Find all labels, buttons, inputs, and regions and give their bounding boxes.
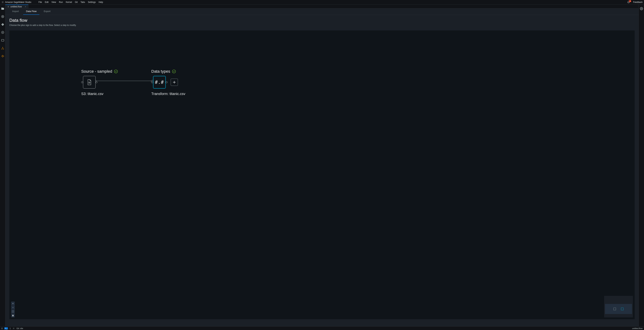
git-icon[interactable] bbox=[1, 23, 4, 26]
minimap-viewport bbox=[605, 304, 632, 314]
node-types-subtitle: Transform: titanic.csv bbox=[151, 92, 185, 96]
status-terminal-icon[interactable]: >_ bbox=[4, 327, 8, 329]
tabs-icon[interactable] bbox=[1, 39, 4, 42]
svg-point-12 bbox=[172, 70, 176, 73]
brand: Amazon SageMaker Studio bbox=[2, 1, 31, 4]
status-filename: untitled.flow bbox=[632, 327, 642, 329]
flow-subtabs: Import Data Flow Export bbox=[6, 9, 638, 15]
status-mode: 1 bbox=[10, 327, 11, 329]
canvas-minimap[interactable] bbox=[604, 296, 633, 317]
check-circle-icon bbox=[114, 69, 118, 73]
plus-icon bbox=[12, 302, 14, 305]
components-icon[interactable] bbox=[1, 47, 4, 50]
menu-file[interactable]: File bbox=[38, 1, 42, 4]
flow-canvas[interactable]: Source - sampled S3: titanic.csv bbox=[9, 30, 635, 319]
page-title: Data flow bbox=[9, 18, 635, 23]
menu-run[interactable]: Run bbox=[59, 1, 63, 4]
lock-icon bbox=[12, 314, 14, 316]
plus-icon bbox=[172, 80, 176, 84]
node-source-subtitle: S3: titanic.csv bbox=[81, 92, 103, 96]
lock-button[interactable] bbox=[11, 313, 15, 317]
commands-icon[interactable] bbox=[1, 31, 4, 34]
file-icon bbox=[86, 79, 92, 85]
left-sidebar bbox=[0, 5, 6, 326]
menu-settings[interactable]: Settings bbox=[88, 1, 96, 4]
notifications-button[interactable]: 4 bbox=[627, 1, 630, 4]
tab-import[interactable]: Import bbox=[9, 9, 22, 15]
svg-point-0 bbox=[2, 2, 3, 3]
canvas-controls bbox=[11, 301, 15, 317]
minus-icon bbox=[12, 306, 14, 308]
node-data-types[interactable]: Data types #.# Transform: titanic.csv bbox=[151, 69, 185, 96]
menu-tabs[interactable]: Tabs bbox=[80, 1, 85, 4]
fit-button[interactable] bbox=[11, 309, 15, 313]
add-step-button[interactable] bbox=[171, 79, 178, 86]
minimap-node bbox=[614, 308, 616, 310]
node-source-box[interactable] bbox=[83, 76, 96, 89]
node-types-title: Data types bbox=[151, 69, 170, 74]
svg-point-8 bbox=[114, 70, 118, 73]
sagemaker-icon bbox=[2, 1, 4, 4]
node-types-box[interactable]: #.# bbox=[153, 76, 166, 89]
svg-point-7 bbox=[2, 47, 3, 48]
menubar: Amazon SageMaker Studio File Edit View R… bbox=[0, 0, 644, 4]
close-icon[interactable] bbox=[24, 6, 26, 8]
zoom-out-button[interactable] bbox=[11, 305, 15, 309]
menu-kernel[interactable]: Kernel bbox=[66, 1, 72, 4]
status-git[interactable]: Git: idle bbox=[16, 327, 23, 329]
document-tab-title: untitled.flow bbox=[10, 6, 22, 8]
port-out[interactable] bbox=[166, 81, 168, 83]
port-in[interactable] bbox=[81, 81, 83, 83]
flow-file-icon bbox=[7, 6, 9, 8]
svg-point-13 bbox=[641, 8, 642, 9]
svg-rect-2 bbox=[2, 16, 3, 17]
svg-point-1 bbox=[2, 15, 4, 18]
main-window: untitled.flow Import Data Flow Export Da… bbox=[6, 5, 638, 326]
menu-help[interactable]: Help bbox=[99, 1, 103, 4]
right-sidebar bbox=[638, 5, 644, 326]
gear-icon[interactable] bbox=[12, 327, 15, 329]
menu-view[interactable]: View bbox=[52, 1, 56, 4]
document-tabbar: untitled.flow bbox=[6, 5, 638, 9]
gear-icon[interactable] bbox=[640, 7, 643, 10]
svg-rect-4 bbox=[2, 39, 4, 41]
endpoints-icon[interactable] bbox=[1, 55, 4, 58]
statusbar: 0 >_ 1 Git: idle untitled.flow bbox=[0, 326, 644, 330]
menu-edit[interactable]: Edit bbox=[45, 1, 48, 4]
folder-icon[interactable] bbox=[1, 7, 4, 10]
feedback-link[interactable]: Feedback bbox=[633, 1, 642, 4]
node-source-title: Source - sampled bbox=[81, 69, 112, 74]
svg-point-14 bbox=[13, 328, 14, 328]
port-out[interactable] bbox=[96, 81, 98, 83]
port-in[interactable] bbox=[151, 81, 153, 83]
type-glyph: #.# bbox=[155, 80, 164, 85]
menu-items: File Edit View Run Kernel Git Tabs Setti… bbox=[38, 1, 103, 4]
status-left-num: 0 bbox=[2, 327, 2, 329]
notification-badge: 4 bbox=[629, 0, 631, 2]
brand-label: Amazon SageMaker Studio bbox=[5, 1, 31, 4]
zoom-in-button[interactable] bbox=[11, 301, 15, 305]
flow-header: Data flow Choose the plus sign to add a … bbox=[6, 15, 638, 28]
tab-data-flow[interactable]: Data Flow bbox=[23, 9, 40, 15]
running-icon[interactable] bbox=[1, 15, 4, 18]
page-subtitle: Choose the plus sign to add a step to th… bbox=[9, 24, 635, 27]
minimap-node-selected bbox=[621, 308, 624, 310]
tab-export[interactable]: Export bbox=[41, 9, 53, 15]
expand-icon bbox=[12, 310, 14, 312]
document-tab[interactable]: untitled.flow bbox=[6, 5, 28, 8]
node-source[interactable]: Source - sampled S3: titanic.csv bbox=[81, 69, 118, 96]
check-circle-icon bbox=[172, 69, 176, 73]
menu-git[interactable]: Git bbox=[75, 1, 78, 4]
